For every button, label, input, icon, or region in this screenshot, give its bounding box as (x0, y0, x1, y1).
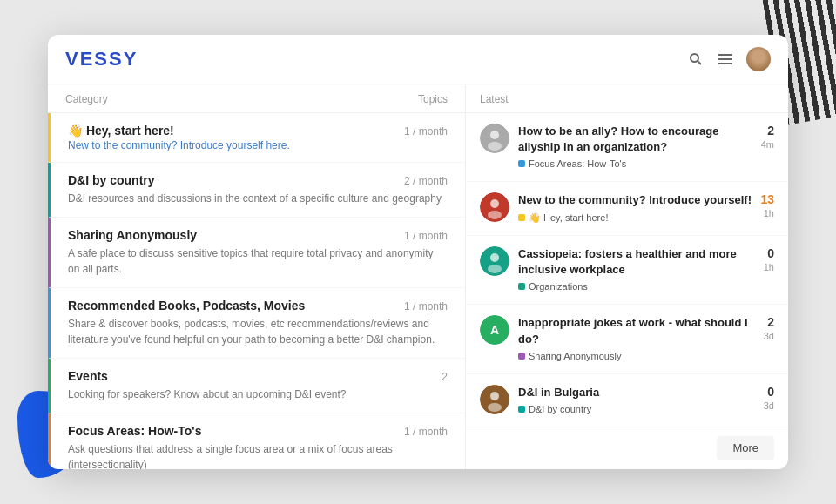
menu-icon[interactable] (717, 50, 734, 68)
topic-body-cassiopeia-topic: Cassiopeia: fosters a healthier and more… (518, 246, 755, 293)
more-button[interactable]: More (717, 436, 774, 460)
topic-time-new-community-topic: 1h (764, 208, 774, 218)
col-category-label: Category (65, 93, 108, 105)
topic-avatar-inappropriate-jokes-topic: A (480, 315, 509, 345)
svg-point-6 (490, 131, 499, 139)
svg-point-18 (488, 403, 502, 412)
svg-point-17 (490, 392, 499, 400)
panel-header: Category Topics (48, 84, 465, 113)
tag-label-dai-bulgaria-topic: D&I by country (529, 404, 591, 414)
topic-stats-inappropriate-jokes-topic: 2 3d (764, 315, 774, 341)
tag-label-ally-topic: Focus Areas: How-To's (529, 158, 626, 169)
topic-item-ally-topic[interactable]: How to be an ally? How to encourage ally… (466, 113, 788, 182)
topic-item-new-community-topic[interactable]: New to the community? Introduce yourself… (466, 182, 788, 236)
topic-tag-ally-topic: Focus Areas: How-To's (518, 158, 626, 169)
topic-time-ally-topic: 4m (761, 139, 774, 150)
category-title-sharing-anonymously: Sharing Anonymously (68, 228, 197, 242)
tag-dot-cassiopeia-topic (518, 283, 525, 290)
category-item-hey-start-here[interactable]: 👋 Hey, start here! 1 / month New to the … (48, 113, 465, 163)
avatar-image (746, 47, 771, 71)
latest-header: Latest (466, 84, 788, 113)
tag-label-new-community-topic: 👋 Hey, start here! (529, 212, 608, 224)
topic-time-inappropriate-jokes-topic: 3d (764, 331, 774, 341)
topic-avatar-cassiopeia-topic (480, 246, 509, 276)
categories-list: 👋 Hey, start here! 1 / month New to the … (48, 113, 465, 469)
topic-title-new-community-topic: New to the community? Introduce yourself… (518, 192, 752, 208)
category-item-recommended-books[interactable]: Recommended Books, Podcasts, Movies 1 / … (48, 288, 465, 359)
category-desc-recommended-books: Share & discover books, podcasts, movies… (68, 316, 448, 347)
topics-list: How to be an ally? How to encourage ally… (466, 113, 788, 427)
avatar[interactable] (746, 47, 771, 71)
topic-item-dai-bulgaria-topic[interactable]: D&I in Bulgaria D&I by country 0 3d (466, 374, 788, 427)
app-card: VESSY (48, 35, 788, 469)
topic-tag-dai-bulgaria-topic: D&I by country (518, 404, 591, 414)
topic-count-inappropriate-jokes-topic: 2 (767, 315, 774, 329)
category-title-events: Events (68, 369, 108, 383)
svg-point-9 (490, 199, 499, 208)
topic-avatar-dai-bulgaria-topic (480, 385, 509, 414)
topic-title-cassiopeia-topic: Cassiopeia: fosters a healthier and more… (518, 246, 755, 278)
topic-title-dai-bulgaria-topic: D&I in Bulgaria (518, 385, 755, 400)
main-content: Category Topics 👋 Hey, start here! 1 / m… (48, 84, 788, 469)
topic-title-ally-topic: How to be an ally? How to encourage ally… (518, 124, 752, 155)
svg-point-12 (490, 253, 499, 262)
svg-point-10 (488, 211, 502, 219)
topic-tag-new-community-topic: 👋 Hey, start here! (518, 212, 608, 224)
category-item-events[interactable]: Events 2 Looking for speakers? Know abou… (48, 359, 465, 413)
category-count-hey-start-here: 1 / month (404, 125, 448, 138)
page-wrapper: VESSY (0, 0, 836, 504)
topic-avatar-new-community-topic (480, 192, 509, 222)
topic-tag-inappropriate-jokes-topic: Sharing Anonymously (518, 351, 621, 361)
category-desc-dai-by-country: D&I resources and discussions in the con… (68, 191, 448, 206)
topic-item-cassiopeia-topic[interactable]: Cassiopeia: fosters a healthier and more… (466, 236, 788, 305)
category-count-events: 2 (442, 371, 448, 383)
tag-dot-inappropriate-jokes-topic (518, 353, 525, 360)
category-item-sharing-anonymously[interactable]: Sharing Anonymously 1 / month A safe pla… (48, 218, 465, 288)
tag-dot-new-community-topic (518, 214, 525, 221)
category-title-focus-areas: Focus Areas: How-To's (68, 424, 201, 438)
topic-item-inappropriate-jokes-topic[interactable]: A Inappropriate jokes at work - what sho… (466, 305, 788, 373)
topic-body-new-community-topic: New to the community? Introduce yourself… (518, 192, 752, 225)
topic-time-dai-bulgaria-topic: 3d (764, 400, 774, 411)
right-panel: Latest How to be an ally? How to encoura… (466, 84, 788, 469)
category-link-hey-start-here[interactable]: New to the community? Introduce yourself… (68, 139, 448, 151)
left-panel: Category Topics 👋 Hey, start here! 1 / m… (48, 84, 466, 469)
col-topics-label: Topics (418, 93, 448, 105)
more-btn-row: More (466, 427, 788, 468)
category-count-dai-by-country: 2 / month (404, 175, 448, 187)
category-count-recommended-books: 1 / month (404, 300, 448, 312)
topic-stats-new-community-topic: 13 1h (760, 192, 774, 218)
category-count-focus-areas: 1 / month (404, 426, 448, 438)
svg-point-7 (488, 142, 502, 151)
tag-dot-ally-topic (518, 160, 525, 167)
category-title-recommended-books: Recommended Books, Podcasts, Movies (68, 299, 305, 312)
category-desc-events: Looking for speakers? Know about an upco… (68, 386, 448, 402)
search-icon[interactable] (687, 50, 705, 68)
svg-point-0 (691, 54, 698, 62)
category-desc-focus-areas: Ask questions that address a single focu… (68, 441, 448, 469)
tag-label-cassiopeia-topic: Organizations (529, 281, 588, 292)
topic-stats-dai-bulgaria-topic: 0 3d (764, 385, 774, 411)
topic-tag-cassiopeia-topic: Organizations (518, 281, 588, 292)
topic-title-inappropriate-jokes-topic: Inappropriate jokes at work - what shoul… (518, 315, 755, 346)
tag-dot-dai-bulgaria-topic (518, 406, 525, 413)
topic-body-ally-topic: How to be an ally? How to encourage ally… (518, 124, 752, 171)
topic-count-new-community-topic: 13 (760, 192, 774, 206)
category-item-dai-by-country[interactable]: D&I by country 2 / month D&I resources a… (48, 163, 465, 218)
svg-line-1 (698, 61, 701, 64)
logo: VESSY (65, 48, 138, 71)
header: VESSY (48, 35, 788, 84)
svg-text:A: A (490, 323, 499, 337)
topic-count-ally-topic: 2 (767, 124, 774, 138)
topic-body-inappropriate-jokes-topic: Inappropriate jokes at work - what shoul… (518, 315, 755, 362)
topic-count-cassiopeia-topic: 0 (767, 246, 774, 260)
topic-avatar-ally-topic (480, 124, 509, 153)
topic-stats-ally-topic: 2 4m (761, 124, 774, 150)
category-item-focus-areas[interactable]: Focus Areas: How-To's 1 / month Ask ques… (48, 413, 465, 469)
header-icons (687, 47, 771, 71)
topic-count-dai-bulgaria-topic: 0 (767, 385, 774, 399)
topic-stats-cassiopeia-topic: 0 1h (764, 246, 774, 272)
tag-label-inappropriate-jokes-topic: Sharing Anonymously (529, 351, 621, 361)
category-count-sharing-anonymously: 1 / month (404, 230, 448, 242)
topic-body-dai-bulgaria-topic: D&I in Bulgaria D&I by country (518, 385, 755, 416)
